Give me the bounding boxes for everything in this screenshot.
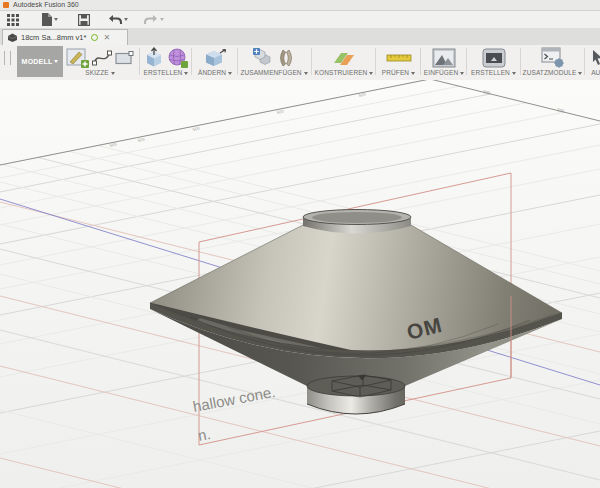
group-label-skizze[interactable]: SKIZZE [62,69,138,76]
ribbon-group-einfuegen: EINFÜGEN [421,46,467,79]
group-label-erstellen[interactable]: ERSTELLEN [140,69,192,76]
3d-viewport[interactable]: 500 500 500 500 500 500 500 OM [0,80,600,488]
toolbar-divider [584,48,585,75]
group-label-zusatzmodule[interactable]: ZUSATZMODULE [521,69,584,76]
create-sketch-icon[interactable] [65,47,90,69]
top-collar-inner [312,212,402,223]
file-icon [41,13,52,26]
toolbar-divider [520,48,521,75]
quick-access-toolbar [0,11,600,28]
toolbar-drag-handle[interactable] [4,51,11,65]
group-label-erstellen-make[interactable]: ERSTELLEN [467,69,520,76]
make-3d-print-icon[interactable] [482,48,506,68]
svg-text:500: 500 [557,107,566,114]
workspace-selector[interactable]: MODELL [17,46,63,77]
svg-text:500: 500 [192,126,200,132]
document-tab-bar: 18cm Sa...8mm v1* ✕ [0,28,600,46]
save-icon [78,14,90,26]
ribbon-group-aendern: ÄNDERN [192,46,238,79]
group-label-aendern[interactable]: ÄNDERN [192,69,238,76]
ribbon-toolbar: MODELL SKIZZE [0,45,600,81]
document-tab[interactable]: 18cm Sa...8mm v1* ✕ [2,29,128,45]
svg-text:500: 500 [109,142,117,148]
grid-icon [7,14,19,26]
svg-text:500: 500 [358,92,366,98]
group-label-zusammenfuegen[interactable]: ZUSAMMENFÜGEN [238,69,310,76]
redo-button[interactable] [142,12,166,27]
toolbar-divider [237,48,238,75]
window-title: Autodesk Fusion 360 [13,0,79,10]
ribbon-group-auswaehlen: AUS [588,46,600,79]
toolbar-divider [375,48,376,75]
sync-status-icon [91,34,98,41]
toolbar-divider [139,48,140,75]
toolbar-divider [466,48,467,75]
ribbon-group-erstellen: ERSTELLEN [140,46,192,79]
undo-arrow-icon [108,14,122,25]
group-label-pruefen[interactable]: PRÜFEN [376,69,421,76]
extrude-icon[interactable] [144,47,165,69]
group-label-einfuegen[interactable]: EINFÜGEN [421,69,467,76]
toolbar-divider [311,48,312,75]
undo-button[interactable] [106,12,130,27]
ribbon-group-zusammenfuegen: ZUSAMMENFÜGEN [238,46,310,79]
window-titlebar: Autodesk Fusion 360 [0,0,600,11]
ribbon-group-konstruieren: KONSTRUIEREN [312,46,376,79]
file-menu-button[interactable] [39,12,60,27]
svg-text:500: 500 [276,109,284,115]
sketch-text-line1: hallow cone. [191,383,276,415]
toolbar-divider [191,48,192,75]
joint-icon[interactable] [276,47,296,69]
construction-plane-icon[interactable] [332,47,356,69]
rectangle-tool-icon[interactable] [114,48,135,68]
add-ins-script-icon[interactable] [541,47,565,68]
workspace-label: MODELL [22,58,53,65]
sketch-text-line2: n. [196,425,211,444]
measure-icon[interactable] [386,48,412,68]
new-component-icon[interactable] [252,47,274,69]
toolbar-divider [420,48,421,75]
press-pull-icon[interactable] [203,47,227,69]
tab-close-button[interactable]: ✕ [103,34,110,42]
spline-icon[interactable] [92,48,112,68]
save-button[interactable] [76,12,92,27]
ribbon-group-zusatzmodule: ZUSATZMODULE [521,46,584,79]
app-grid-button[interactable] [5,12,21,27]
svg-text:500: 500 [137,137,145,143]
fusion-logo-icon [3,2,9,8]
insert-image-icon[interactable] [432,48,456,68]
group-label-konstruieren[interactable]: KONSTRUIEREN [312,69,376,76]
ribbon-group-pruefen: PRÜFEN [376,46,421,79]
group-label-auswaehlen[interactable]: AUS [588,69,600,76]
ribbon-group-erstellen-make: ERSTELLEN [467,46,520,79]
form-icon[interactable] [167,47,189,69]
redo-arrow-icon [144,14,158,25]
select-cursor-icon[interactable] [590,48,600,68]
document-icon [7,32,18,43]
ribbon-group-skizze: SKIZZE [62,46,138,79]
document-tab-label: 18cm Sa...8mm v1* [21,33,86,42]
